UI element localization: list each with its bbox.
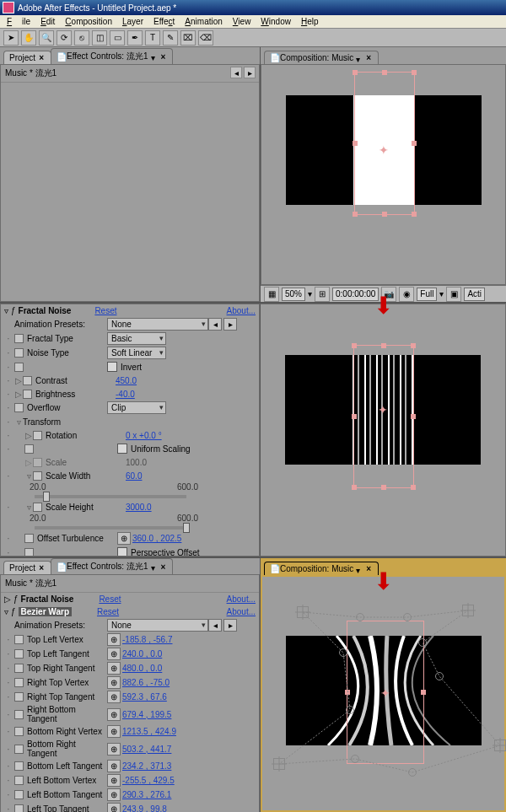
about-link[interactable]: About... [227,594,256,604]
bezier-tangent[interactable] [435,672,444,680]
next-preset-icon[interactable]: ▸ [223,318,237,331]
close-icon[interactable]: × [39,53,44,62]
perspective-checkbox[interactable] [117,547,127,557]
p3-value[interactable]: 480.0 , 0.0 [122,664,162,673]
menu-file[interactable]: File [2,17,35,26]
p7-value[interactable]: 1213.5 , 424.9 [122,727,176,736]
layer-selection-box[interactable] [354,72,415,215]
bezier-tangent[interactable] [408,768,417,777]
bezier-vertex[interactable] [297,606,309,618]
selection-tool-icon[interactable]: ➤ [3,30,19,46]
resolution-field[interactable]: Full [417,288,437,301]
menu-animation[interactable]: Animation [180,17,227,26]
eraser-tool-icon[interactable]: ⌫ [198,30,213,46]
p10-value[interactable]: -255.5 , 429.5 [122,776,175,785]
anim-presets-dropdown[interactable]: None [107,619,208,632]
reset-link[interactable]: Reset [94,306,116,315]
bezier-vertex[interactable] [494,739,506,751]
fractal-type-label: Fractal Type [27,334,73,343]
p2-value[interactable]: 240.0 , 0.0 [122,649,162,659]
brightness-value[interactable]: -40.0 [116,390,135,399]
fractal-type-dropdown[interactable]: Basic [107,332,166,345]
p4-value[interactable]: 882.6 , -75.0 [122,678,170,687]
scale-width-value[interactable]: 60.0 [126,471,142,481]
clone-tool-icon[interactable]: ⌧ [180,30,196,46]
pen-tool-icon[interactable]: ✒ [127,30,143,46]
p6-value[interactable]: 679.4 , 199.5 [122,710,171,719]
reset-link[interactable]: Reset [97,607,119,616]
zoom-tool-icon[interactable]: 🔍 [39,30,54,46]
grid-icon[interactable]: ▦ [264,287,279,302]
bezier-tangent[interactable] [339,648,347,657]
uniform-checkbox[interactable] [117,444,127,454]
mask-tool-icon[interactable]: ▭ [110,30,125,46]
invert-checkbox[interactable] [107,362,117,372]
menu-help[interactable]: Help [296,17,324,26]
p9-value[interactable]: 234.2 , 371.3 [122,761,171,771]
contrast-label: Contrast [35,376,67,385]
p8-value[interactable]: 503.2 , 441.7 [122,745,171,754]
tool-bar: ➤ ✋ 🔍 ⟳ ⎋ ◫ ▭ ✒ T ✎ ⌧ ⌫ [0,29,506,47]
bezier-vertex[interactable] [273,758,285,770]
zoom-field[interactable]: 50% [282,288,305,301]
bezier-tangent[interactable] [403,613,412,621]
menu-effect[interactable]: Effect [148,17,180,26]
point-picker-icon[interactable]: ⊕ [117,532,131,545]
reset-link[interactable]: Reset [99,594,121,604]
tab-project[interactable]: Project× [3,561,51,574]
pan-tool-icon[interactable]: ◫ [92,30,107,46]
noise-type-dropdown[interactable]: Soft Linear [107,347,166,359]
menu-composition[interactable]: Composition [60,17,117,26]
menu-layer[interactable]: Layer [117,17,148,26]
offset-value[interactable]: 360.0 , 202.5 [132,534,181,543]
tab-composition[interactable]: 📄Composition: Music▾× [264,51,379,64]
rotation-value[interactable]: 0 x +0.0 ° [126,431,162,440]
menu-view[interactable]: View [228,17,256,26]
about-link[interactable]: About... [227,306,256,315]
active-camera[interactable]: Acti [464,288,485,301]
tab-effect-controls[interactable]: 📄Effect Controls: 流光1▾× [51,48,173,64]
tab-project[interactable]: Project× [3,51,51,64]
scale-width-label: Scale Width [46,471,90,481]
rotate-tool-icon[interactable]: ⟳ [57,30,72,46]
menu-window[interactable]: Window [256,17,296,26]
bezier-tangent[interactable] [346,706,354,714]
p12-value[interactable]: 243.9 , 99.8 [122,804,167,812]
brush-tool-icon[interactable]: ✎ [163,30,178,46]
bezier-tangent[interactable] [356,613,364,621]
camera-tool-icon[interactable]: ⎋ [74,30,89,46]
bezier-tangent[interactable] [418,638,427,647]
chevron-down-icon[interactable]: ▾ [151,53,158,60]
panel-menu-icon[interactable]: ◂ [230,67,242,78]
about-link[interactable]: About... [227,607,256,616]
aspect-icon[interactable]: ⊞ [315,287,330,302]
title-bar: Adobe After Effects - Untitled Project.a… [0,0,506,15]
menu-edit[interactable]: Edit [35,17,60,26]
effect-header-bezier[interactable]: Bezier Warp [19,607,72,616]
text-tool-icon[interactable]: T [145,30,160,46]
tab-effect-controls[interactable]: 📄Effect Controls: 流光1▾× [51,558,173,574]
contrast-value[interactable]: 450.0 [116,376,137,385]
panel-menu-icon[interactable]: ▸ [244,67,256,78]
scale-height-value[interactable]: 3000.0 [126,503,152,512]
p11-value[interactable]: 290.3 , 276.1 [122,790,171,799]
effect-header-fractal[interactable]: ▿ƒ Fractal Noise Reset About... [1,304,259,317]
close-icon[interactable]: × [161,52,166,62]
overflow-dropdown[interactable]: Clip [107,401,166,414]
prev-preset-icon[interactable]: ◂ [208,318,222,331]
channel-icon[interactable]: ◉ [399,287,414,302]
scale-width-slider[interactable] [35,495,186,498]
bezier-vertex[interactable] [462,605,474,616]
scale-height-slider[interactable] [35,526,186,530]
anim-presets-dropdown[interactable]: None [107,318,208,331]
timecode-field[interactable]: 0:00:00:00 [332,288,379,301]
bezier-tangent[interactable] [351,755,359,763]
p5-value[interactable]: 592.3 , 67.6 [122,692,167,702]
close-icon[interactable]: × [366,53,371,62]
p1-value[interactable]: -185.8 , -56.7 [122,635,172,644]
tab-composition[interactable]: 📄Composition: Music▾× [264,562,379,575]
hand-tool-icon[interactable]: ✋ [21,30,36,46]
layer-selection-box[interactable] [353,345,414,488]
point-picker-icon[interactable]: ⊕ [107,633,121,646]
region-icon[interactable]: ▣ [446,287,461,302]
